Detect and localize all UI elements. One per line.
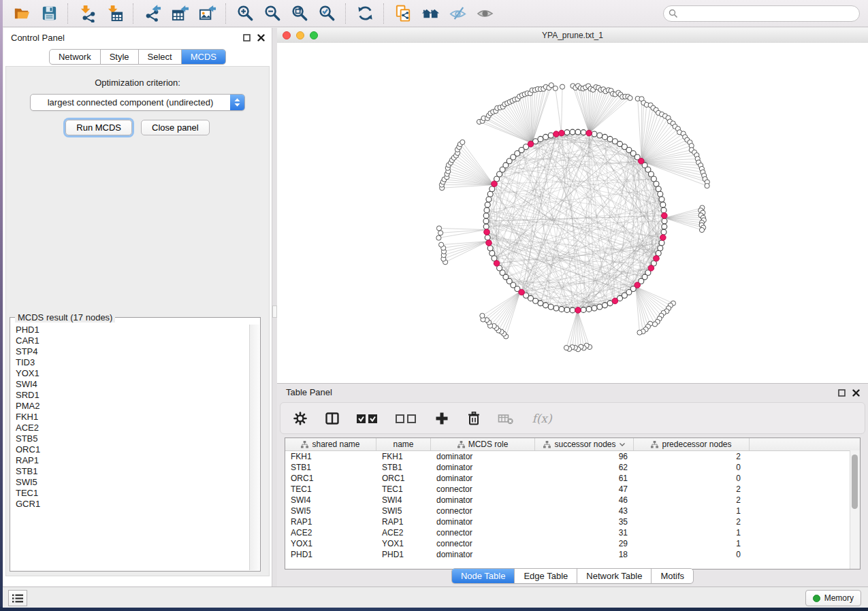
mcds-node-item[interactable]: STB1 xyxy=(11,466,250,477)
zoom-fit-icon[interactable] xyxy=(289,3,310,24)
minimize-window-icon[interactable] xyxy=(296,31,304,39)
network-graph-svg[interactable] xyxy=(277,43,868,383)
float-table-panel-icon[interactable] xyxy=(838,389,846,397)
table-cell[interactable]: TEC1 xyxy=(285,484,376,495)
table-scrollbar-thumb[interactable] xyxy=(852,455,858,509)
column-header-predecessor-nodes[interactable]: predecessor nodes xyxy=(634,438,750,450)
table-cell[interactable]: 0 xyxy=(634,473,750,484)
table-cell[interactable]: 29 xyxy=(535,538,634,549)
tab-mcds[interactable]: MCDS xyxy=(182,50,225,64)
show-all-icon[interactable] xyxy=(475,3,495,24)
column-header-name[interactable]: name xyxy=(376,438,431,450)
table-row[interactable]: SWI4SWI4dominator462 xyxy=(285,495,860,506)
zoom-selected-icon[interactable] xyxy=(317,3,337,24)
mcds-node-item[interactable]: SRD1 xyxy=(11,390,250,401)
table-row[interactable]: ORC1ORC1dominator610 xyxy=(285,473,860,484)
table-cell[interactable]: dominator xyxy=(431,473,535,484)
table-row[interactable]: YOX1YOX1connector291 xyxy=(285,538,860,549)
mcds-result-list[interactable]: PHD1CAR1STP4TID3YOX1SWI4SRD1PMA2FKH1ACE2… xyxy=(11,325,250,570)
table-cell[interactable]: connector xyxy=(431,527,535,538)
mcds-node-item[interactable]: CAR1 xyxy=(11,335,250,346)
export-image-icon[interactable] xyxy=(197,3,217,24)
export-table-icon[interactable] xyxy=(170,3,190,24)
zoom-out-icon[interactable] xyxy=(262,3,283,24)
table-cell[interactable]: RAP1 xyxy=(376,516,431,527)
table-cell[interactable]: connector xyxy=(431,484,535,495)
mcds-node-item[interactable]: ACE2 xyxy=(11,423,250,433)
table-cell[interactable]: YOX1 xyxy=(285,538,376,549)
mcds-node-item[interactable]: PHD1 xyxy=(11,325,250,335)
table-cell[interactable]: 31 xyxy=(535,527,634,538)
chevron-down-icon[interactable] xyxy=(620,443,625,446)
table-cell[interactable]: STB1 xyxy=(376,462,431,473)
table-cell[interactable]: ORC1 xyxy=(285,473,376,484)
table-cell[interactable]: 96 xyxy=(535,451,634,462)
mcds-node-item[interactable]: SWI5 xyxy=(11,477,250,488)
mcds-node-item[interactable]: SWI4 xyxy=(11,379,250,390)
table-cell[interactable]: SWI5 xyxy=(376,506,431,516)
table-cell[interactable]: SWI4 xyxy=(285,495,376,506)
mcds-node-item[interactable]: ORC1 xyxy=(11,444,250,455)
table-cell[interactable]: SWI4 xyxy=(376,495,431,506)
table-cell[interactable]: YOX1 xyxy=(376,538,431,549)
table-settings-gear-icon[interactable] xyxy=(292,410,308,427)
first-neighbors-icon[interactable] xyxy=(420,3,440,24)
table-scrollbar[interactable] xyxy=(850,450,860,569)
table-row[interactable]: SWI5SWI5connector431 xyxy=(285,506,860,516)
table-cell[interactable]: 2 xyxy=(634,495,750,506)
import-network-icon[interactable] xyxy=(77,3,97,24)
close-table-panel-icon[interactable] xyxy=(852,389,860,397)
table-cell[interactable]: PHD1 xyxy=(376,549,431,560)
table-cell[interactable]: 35 xyxy=(535,516,634,527)
tab-edge-table[interactable]: Edge Table xyxy=(515,569,577,583)
splitter-handle[interactable] xyxy=(272,306,277,318)
column-header-mcds-role[interactable]: MCDS role xyxy=(431,438,535,450)
table-cell[interactable]: 62 xyxy=(535,462,634,473)
mcds-node-item[interactable]: TEC1 xyxy=(11,488,250,499)
vertical-splitter[interactable] xyxy=(272,28,277,587)
table-row[interactable]: RAP1RAP1dominator352 xyxy=(285,516,860,527)
mcds-node-item[interactable]: TID3 xyxy=(11,357,250,368)
mcds-node-item[interactable]: GCR1 xyxy=(11,499,250,510)
criterion-dropdown[interactable]: largest connected component (undirected) xyxy=(30,94,245,111)
export-network-icon[interactable] xyxy=(142,3,163,24)
memory-button[interactable]: Memory xyxy=(805,590,861,606)
tab-style[interactable]: Style xyxy=(101,50,139,64)
table-cell[interactable]: ACE2 xyxy=(285,527,376,538)
task-history-button[interactable] xyxy=(8,590,27,606)
tab-select[interactable]: Select xyxy=(139,50,182,64)
table-cell[interactable]: SWI5 xyxy=(285,506,376,516)
tab-motifs[interactable]: Motifs xyxy=(652,569,693,583)
close-panel-icon[interactable] xyxy=(257,34,265,42)
column-header-successor-nodes[interactable]: successor nodes xyxy=(535,438,634,450)
save-session-icon[interactable] xyxy=(39,3,59,24)
column-header-shared-name[interactable]: shared name xyxy=(285,438,376,450)
table-cell[interactable]: 2 xyxy=(634,516,750,527)
network-canvas[interactable] xyxy=(277,43,868,383)
unselect-all-columns-icon[interactable] xyxy=(395,410,418,427)
table-cell[interactable]: dominator xyxy=(431,462,535,473)
tab-network[interactable]: Network xyxy=(50,50,101,64)
table-cell[interactable]: TEC1 xyxy=(376,484,431,495)
table-cell[interactable]: STB1 xyxy=(285,462,376,473)
table-row[interactable]: PHD1PHD1dominator180 xyxy=(285,549,860,560)
mcds-node-item[interactable]: PMA2 xyxy=(11,401,250,412)
table-cell[interactable]: dominator xyxy=(431,549,535,560)
hide-selected-icon[interactable] xyxy=(447,3,468,24)
table-cell[interactable]: 43 xyxy=(535,506,634,516)
table-cell[interactable]: ACE2 xyxy=(376,527,431,538)
mcds-node-item[interactable]: FKH1 xyxy=(11,412,250,423)
table-cell[interactable]: 0 xyxy=(634,462,750,473)
tab-network-table[interactable]: Network Table xyxy=(577,569,652,583)
create-column-icon[interactable] xyxy=(434,410,450,427)
search-input[interactable] xyxy=(663,5,860,22)
table-cell[interactable]: 1 xyxy=(634,506,750,516)
table-row[interactable]: STB1STB1dominator620 xyxy=(285,462,860,473)
network-frame-titlebar[interactable]: YPA_prune.txt_1 xyxy=(277,28,868,44)
mcds-node-item[interactable]: STP4 xyxy=(11,346,250,357)
tab-node-table[interactable]: Node Table xyxy=(452,569,515,583)
table-cell[interactable]: PHD1 xyxy=(285,549,376,560)
float-panel-icon[interactable] xyxy=(243,34,251,42)
table-cell[interactable]: 2 xyxy=(634,484,750,495)
table-cell[interactable]: 61 xyxy=(535,473,634,484)
